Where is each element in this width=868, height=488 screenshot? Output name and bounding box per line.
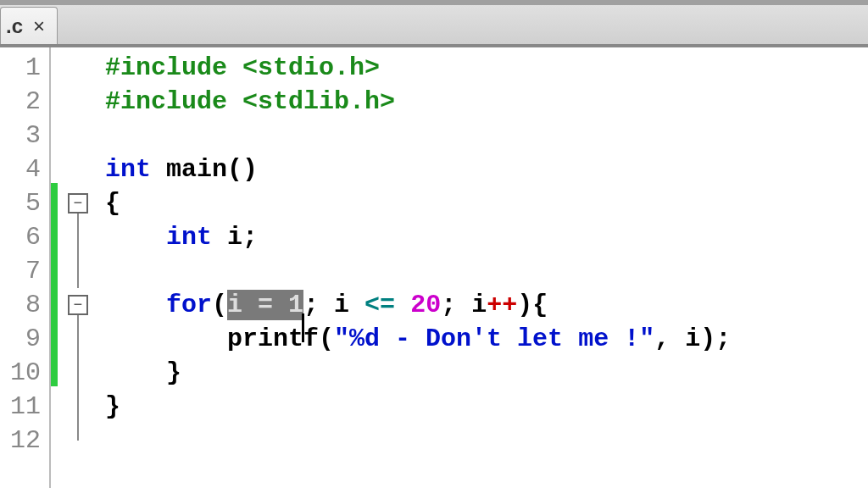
- code-line: #include <stdio.h>: [105, 51, 868, 85]
- code-line: for(i = 1; i <= 20; i++){: [105, 288, 868, 322]
- line-number: 1: [0, 51, 49, 85]
- fold-guide: [77, 214, 79, 220]
- code-line: {: [105, 186, 868, 220]
- fold-guide: [77, 390, 79, 424]
- fold-guide: [77, 315, 79, 322]
- line-number: 10: [0, 356, 49, 390]
- line-number: 3: [0, 119, 49, 152]
- code-line: #include <stdlib.h>: [105, 85, 868, 119]
- code-line: printf("%d - Don't let me !", i);: [105, 322, 868, 356]
- line-number: 4: [0, 152, 49, 186]
- line-number: 6: [0, 220, 49, 254]
- code-line: int main(): [105, 152, 868, 186]
- editor-window: .c × 1 2 3 4 5 6 7 8 9 10 11 12 −: [0, 0, 868, 488]
- fold-toggle-icon[interactable]: −: [68, 295, 88, 315]
- line-number: 11: [0, 390, 49, 424]
- editor-area: 1 2 3 4 5 6 7 8 9 10 11 12 −: [0, 46, 868, 488]
- close-icon[interactable]: ×: [33, 14, 45, 38]
- fold-guide: [77, 220, 79, 254]
- file-tab[interactable]: .c ×: [0, 7, 58, 44]
- tab-bar: .c ×: [0, 5, 868, 46]
- text-selection: i = 1: [227, 290, 303, 320]
- line-number: 5: [0, 186, 49, 220]
- code-line: [105, 424, 868, 458]
- line-number: 2: [0, 85, 49, 119]
- line-number-gutter: 1 2 3 4 5 6 7 8 9 10 11 12: [0, 47, 51, 488]
- line-number: 12: [0, 424, 49, 458]
- code-line: }: [105, 356, 868, 390]
- line-number: 7: [0, 254, 49, 288]
- code-area[interactable]: #include <stdio.h> #include <stdlib.h> i…: [102, 47, 868, 488]
- fold-guide: [77, 424, 79, 441]
- fold-guide: [77, 254, 79, 288]
- tab-filename: .c: [6, 14, 23, 38]
- fold-guide: [77, 356, 79, 390]
- code-line: [105, 254, 868, 288]
- code-line: }: [105, 390, 868, 424]
- code-line: int i;: [105, 220, 868, 254]
- fold-guide: [77, 322, 79, 356]
- code-line: [105, 119, 868, 152]
- fold-toggle-icon[interactable]: −: [68, 193, 88, 214]
- line-number: 8: [0, 288, 49, 322]
- line-number: 9: [0, 322, 49, 356]
- fold-strip: − −: [51, 47, 102, 488]
